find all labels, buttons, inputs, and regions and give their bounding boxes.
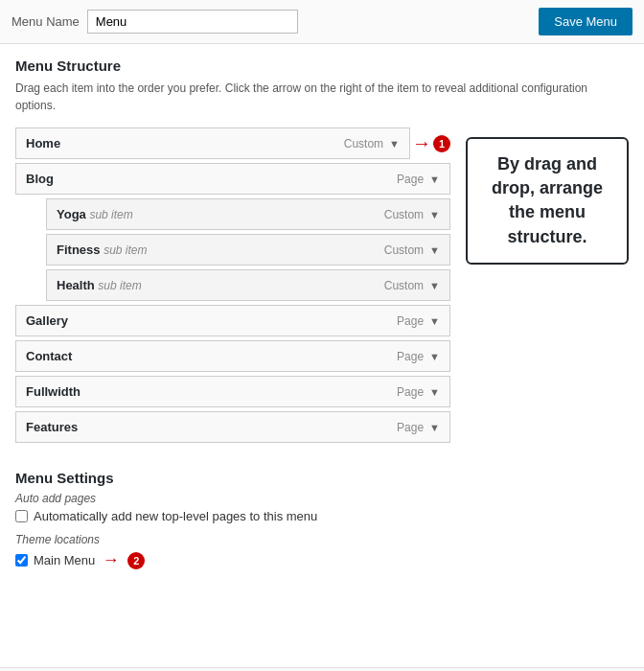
menu-settings-section: Menu Settings Auto add pages Automatical… xyxy=(15,470,629,570)
fitness-label: Fitness sub item xyxy=(57,243,147,257)
menu-item-features[interactable]: Features Page ▼ xyxy=(15,411,450,443)
yoga-label: Yoga sub item xyxy=(57,207,133,221)
circle-annotation-2: 2 xyxy=(127,552,145,569)
main-menu-label: Main Menu xyxy=(34,553,95,567)
home-dropdown-arrow[interactable]: ▼ xyxy=(389,138,400,150)
menu-item-blog[interactable]: Blog Page ▼ xyxy=(15,163,450,195)
contact-label: Contact xyxy=(26,349,72,363)
features-label: Features xyxy=(26,420,78,434)
home-label: Home xyxy=(26,136,60,150)
auto-add-text: Automatically add new top-level pages to… xyxy=(34,509,317,523)
contact-type: Page xyxy=(397,350,424,363)
health-dropdown-arrow[interactable]: ▼ xyxy=(429,280,440,291)
main-menu-checkbox[interactable] xyxy=(15,554,28,567)
blog-type: Page xyxy=(397,173,424,186)
bottom-bar: Delete Menu Save Menu xyxy=(0,667,644,671)
menu-item-health[interactable]: Health sub item Custom ▼ xyxy=(46,269,450,301)
main-menu-row: Main Menu ← 2 xyxy=(15,550,629,570)
yoga-dropdown-arrow[interactable]: ▼ xyxy=(429,209,440,220)
instruction-text: Drag each item into the order you prefer… xyxy=(15,80,629,114)
fullwidth-right: Page ▼ xyxy=(397,385,440,399)
save-menu-button-top[interactable]: Save Menu xyxy=(539,8,632,35)
health-label: Health sub item xyxy=(57,278,142,292)
fullwidth-dropdown-arrow[interactable]: ▼ xyxy=(429,386,440,398)
yoga-right: Custom ▼ xyxy=(384,208,440,221)
blog-dropdown-arrow[interactable]: ▼ xyxy=(429,174,440,185)
auto-add-checkbox[interactable] xyxy=(15,510,28,522)
fitness-type: Custom xyxy=(384,243,424,257)
fitness-right: Custom ▼ xyxy=(384,243,440,257)
fitness-dropdown-arrow[interactable]: ▼ xyxy=(429,244,440,256)
auto-add-row: Automatically add new top-level pages to… xyxy=(15,509,629,523)
gallery-type: Page xyxy=(397,314,424,328)
yoga-sub-label: sub item xyxy=(89,208,132,221)
menu-item-gallery[interactable]: Gallery Page ▼ xyxy=(15,305,450,336)
fitness-sub-label: sub item xyxy=(104,243,147,257)
features-right: Page ▼ xyxy=(397,421,440,434)
home-type: Custom xyxy=(344,137,383,150)
home-right: Custom ▼ xyxy=(344,137,400,150)
health-type: Custom xyxy=(384,279,424,292)
health-sub-label: sub item xyxy=(98,279,141,292)
contact-right: Page ▼ xyxy=(397,350,440,363)
contact-dropdown-arrow[interactable]: ▼ xyxy=(429,351,440,362)
top-bar: Menu Name Save Menu xyxy=(0,0,644,44)
features-dropdown-arrow[interactable]: ▼ xyxy=(429,422,440,433)
menu-name-group: Menu Name xyxy=(12,10,298,34)
blog-label: Blog xyxy=(26,172,54,186)
menu-item-yoga[interactable]: Yoga sub item Custom ▼ xyxy=(46,198,450,230)
menu-name-input[interactable] xyxy=(87,10,298,34)
menu-structure-area: Home Custom ▼ ← 1 Blog Page ▼ xyxy=(15,127,629,447)
tooltip-box: By drag and drop, arrange the menu struc… xyxy=(466,137,629,265)
home-row: Home Custom ▼ ← 1 xyxy=(15,127,450,159)
fullwidth-label: Fullwidth xyxy=(26,384,80,399)
menu-items-list: Home Custom ▼ ← 1 Blog Page ▼ xyxy=(15,127,450,447)
menu-item-home[interactable]: Home Custom ▼ xyxy=(15,127,410,159)
health-right: Custom ▼ xyxy=(384,279,440,292)
auto-add-label: Auto add pages xyxy=(15,492,629,505)
menu-item-fitness[interactable]: Fitness sub item Custom ▼ xyxy=(46,234,450,266)
main-content: Menu Structure Drag each item into the o… xyxy=(0,44,644,667)
gallery-label: Gallery xyxy=(26,313,68,328)
gallery-right: Page ▼ xyxy=(397,314,440,328)
menu-item-fullwidth[interactable]: Fullwidth Page ▼ xyxy=(15,376,450,407)
menu-structure-title: Menu Structure xyxy=(15,58,629,74)
fullwidth-type: Page xyxy=(397,385,424,399)
menu-item-contact[interactable]: Contact Page ▼ xyxy=(15,340,450,372)
blog-right: Page ▼ xyxy=(397,173,440,186)
circle-annotation-1: 1 xyxy=(433,135,450,152)
arrow-annotation-2: ← xyxy=(103,550,120,570)
yoga-type: Custom xyxy=(384,208,424,221)
gallery-dropdown-arrow[interactable]: ▼ xyxy=(429,315,440,327)
theme-locations-label: Theme locations xyxy=(15,533,629,546)
menu-settings-title: Menu Settings xyxy=(15,470,629,486)
features-type: Page xyxy=(397,421,424,434)
menu-name-label: Menu Name xyxy=(12,14,80,29)
arrow-annotation-1: ← xyxy=(412,132,431,154)
sub-items-group: Yoga sub item Custom ▼ Fitness sub item … xyxy=(46,198,450,301)
